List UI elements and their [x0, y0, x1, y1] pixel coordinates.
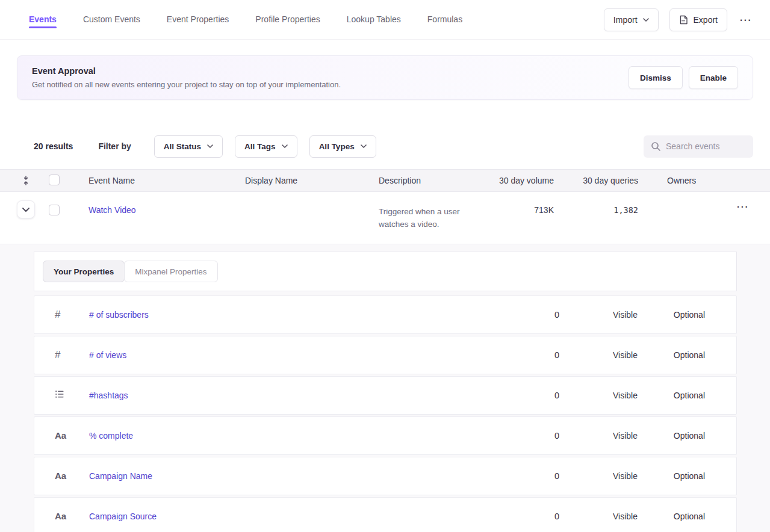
properties-panel: Your Properties Mixpanel Properties # # … [34, 252, 737, 532]
property-count: 0 [487, 512, 559, 521]
tab-mixpanel-properties[interactable]: Mixpanel Properties [124, 261, 217, 282]
column-header-owners: Owners [638, 176, 707, 185]
property-count: 0 [487, 350, 559, 360]
chevron-down-icon [22, 208, 29, 212]
banner-text: Event Approval Get notified on all new e… [32, 66, 341, 89]
tab-lookup-tables[interactable]: Lookup Tables [347, 14, 401, 25]
enable-button[interactable]: Enable [689, 66, 738, 89]
export-button[interactable]: Export [669, 8, 727, 31]
tab-event-properties[interactable]: Event Properties [167, 14, 229, 25]
number-type-icon: # [55, 309, 60, 321]
dismiss-button[interactable]: Dismiss [629, 66, 683, 89]
tab-custom-events[interactable]: Custom Events [83, 14, 140, 25]
event-approval-banner: Event Approval Get notified on all new e… [17, 55, 753, 100]
chevron-down-icon [643, 18, 649, 22]
tab-formulas[interactable]: Formulas [427, 14, 462, 25]
event-queries-30d: 1,382 [554, 200, 638, 215]
types-filter-dropdown[interactable]: All Types [309, 135, 376, 158]
filter-dropdowns: All Status All Tags All Types [154, 135, 376, 158]
search-events-box [644, 135, 753, 158]
property-requirement[interactable]: Optional [638, 512, 705, 521]
column-header-event-name: Event Name [76, 176, 233, 185]
event-row-watch-video: Watch Video Triggered when a user watche… [0, 192, 770, 244]
list-type-icon [55, 389, 64, 399]
property-name-link[interactable]: # of views [89, 350, 487, 360]
property-name-link[interactable]: % complete [89, 431, 487, 441]
tags-filter-label: All Tags [244, 142, 276, 151]
nav-tabs: Events Custom Events Event Properties Pr… [29, 14, 462, 25]
banner-title: Event Approval [32, 66, 341, 76]
property-visibility[interactable]: Visible [559, 310, 638, 320]
status-filter-label: All Status [164, 142, 201, 151]
text-type-icon: Aa [55, 471, 66, 481]
collapse-row-button[interactable] [17, 200, 35, 218]
property-requirement[interactable]: Optional [638, 431, 705, 441]
events-table-header: Event Name Display Name Description 30 d… [0, 169, 770, 192]
chevron-down-icon [207, 144, 213, 148]
property-row: #hashtags 0 Visible Optional [34, 376, 737, 415]
event-volume-30d: 713K [482, 200, 554, 215]
property-count: 0 [487, 310, 559, 320]
property-requirement[interactable]: Optional [638, 471, 705, 481]
expanded-event-section: Your Properties Mixpanel Properties # # … [0, 244, 770, 532]
row-checkbox[interactable] [49, 205, 60, 215]
property-row: Aa % complete 0 Visible Optional [34, 416, 737, 455]
properties-list: # # of subscribers 0 Visible Optional # … [34, 295, 737, 532]
property-count: 0 [487, 391, 559, 400]
export-file-icon [679, 15, 688, 25]
column-header-display-name: Display Name [233, 176, 367, 185]
property-row: # # of views 0 Visible Optional [34, 336, 737, 374]
export-button-label: Export [694, 15, 718, 25]
column-header-description: Description [367, 176, 482, 185]
column-header-volume: 30 day volume [482, 176, 554, 185]
property-visibility[interactable]: Visible [559, 350, 638, 360]
nav-actions: Import Export ⋯ [604, 8, 753, 31]
chevron-down-icon [361, 144, 367, 148]
banner-description: Get notified on all new events entering … [32, 80, 341, 89]
filter-bar: 20 results Filter by All Status All Tags… [0, 135, 770, 158]
search-icon [651, 141, 660, 151]
types-filter-label: All Types [319, 142, 355, 151]
number-type-icon: # [55, 349, 60, 361]
status-filter-dropdown[interactable]: All Status [154, 135, 223, 158]
property-requirement[interactable]: Optional [638, 350, 705, 360]
property-row: Aa Campaign Name 0 Visible Optional [34, 457, 737, 495]
property-requirement[interactable]: Optional [638, 310, 705, 320]
filter-by-label: Filter by [98, 141, 131, 151]
tags-filter-dropdown[interactable]: All Tags [235, 135, 297, 158]
property-name-link[interactable]: # of subscribers [89, 310, 487, 320]
text-type-icon: Aa [55, 511, 66, 521]
tab-profile-properties[interactable]: Profile Properties [255, 14, 320, 25]
import-button-label: Import [613, 15, 638, 25]
row-more-icon[interactable]: ⋯ [735, 197, 750, 215]
property-name-link[interactable]: Campaign Source [89, 512, 487, 521]
event-owners [638, 200, 707, 205]
banner-actions: Dismiss Enable [629, 66, 738, 89]
collapse-all-icon[interactable] [12, 176, 40, 185]
more-options-icon[interactable]: ⋯ [738, 11, 753, 28]
chevron-down-icon [282, 144, 288, 148]
tab-your-properties[interactable]: Your Properties [43, 261, 125, 282]
text-type-icon: Aa [55, 430, 66, 441]
event-description: Triggered when a user watches a video. [367, 200, 482, 230]
property-count: 0 [487, 431, 559, 441]
event-name-link[interactable]: Watch Video [76, 205, 136, 215]
property-visibility[interactable]: Visible [559, 512, 638, 521]
top-nav: Events Custom Events Event Properties Pr… [0, 0, 770, 40]
property-row: # # of subscribers 0 Visible Optional [34, 295, 737, 334]
property-requirement[interactable]: Optional [638, 391, 705, 400]
import-button[interactable]: Import [604, 8, 659, 31]
property-visibility[interactable]: Visible [559, 391, 638, 400]
select-all-checkbox[interactable] [49, 175, 60, 185]
search-input[interactable] [666, 141, 744, 151]
property-visibility[interactable]: Visible [559, 431, 638, 441]
property-count: 0 [487, 471, 559, 481]
property-name-link[interactable]: #hashtags [89, 391, 487, 400]
property-name-link[interactable]: Campaign Name [89, 471, 487, 481]
results-count: 20 results [34, 141, 73, 151]
property-visibility[interactable]: Visible [559, 471, 638, 481]
tab-events[interactable]: Events [29, 14, 57, 25]
column-header-queries: 30 day queries [554, 176, 638, 185]
properties-tabs: Your Properties Mixpanel Properties [34, 252, 737, 291]
property-row: Aa Campaign Source 0 Visible Optional [34, 497, 737, 532]
